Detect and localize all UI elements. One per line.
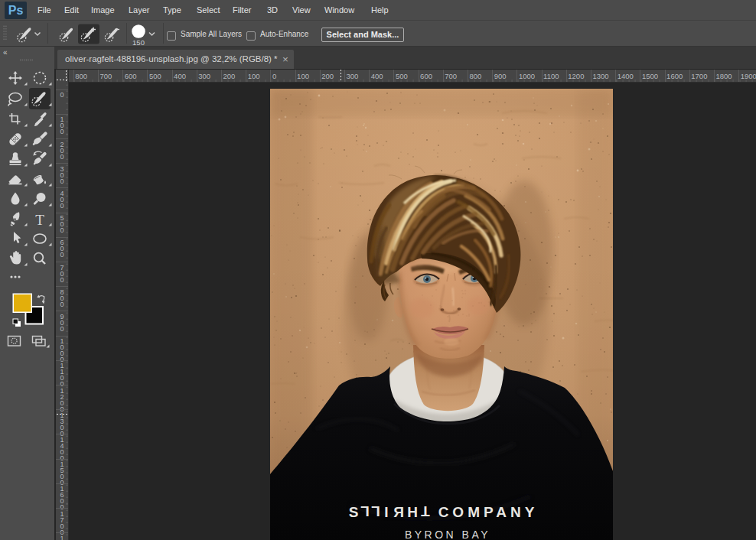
svg-text:COMPANY: COMPANY — [438, 504, 539, 520]
svg-text:«: « — [3, 48, 8, 57]
svg-text:L: L — [360, 503, 370, 519]
svg-text:I: I — [384, 504, 388, 520]
svg-text:H: H — [407, 504, 418, 520]
svg-text:T: T — [421, 503, 430, 519]
svg-text:BYRON BAY: BYRON BAY — [405, 529, 490, 540]
svg-text:L: L — [371, 503, 380, 519]
svg-text:R: R — [393, 504, 404, 520]
svg-text:150: 150 — [132, 38, 145, 47]
svg-text:T: T — [35, 212, 44, 228]
svg-text:S: S — [349, 504, 359, 520]
